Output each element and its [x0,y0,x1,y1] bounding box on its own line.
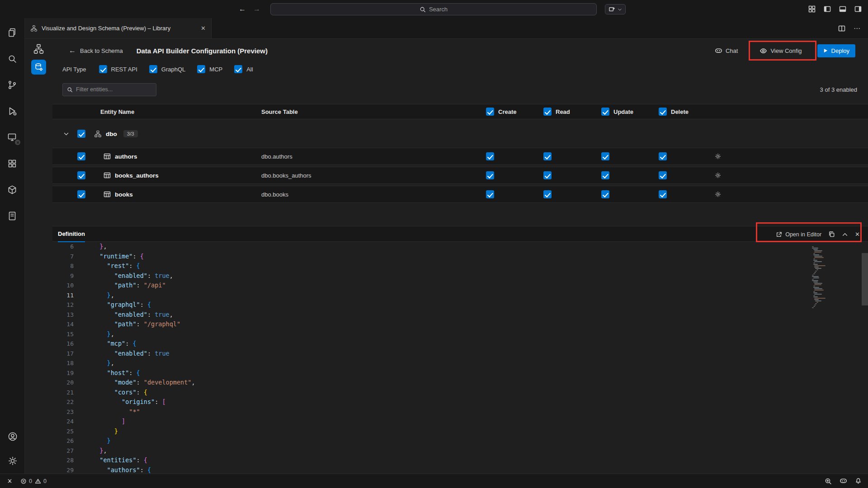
code-line[interactable]: 25 } [52,427,868,436]
code-line[interactable]: 16 "mcp": { [52,339,868,349]
code-line[interactable]: 9 "enabled": true, [52,271,868,281]
code-line[interactable]: 14 "path": "/graphql" [52,319,868,329]
checkbox-checked-icon[interactable] [149,65,157,73]
code-line[interactable]: 7 "runtime": { [52,252,868,262]
nav-forward-icon[interactable]: → [253,5,260,13]
checkbox-checked-icon[interactable] [234,65,242,73]
code-line[interactable]: 13 "enabled": true, [52,310,868,320]
open-in-editor-button[interactable]: Open in Editor [776,231,821,238]
code-line[interactable]: 20 "mode": "development", [52,378,868,388]
remote-explorer-icon[interactable] [1,127,23,147]
deploy-button[interactable]: Deploy [817,44,855,57]
remote-indicator-icon[interactable] [6,478,13,484]
chat-button[interactable]: Chat [715,47,738,55]
row-select-checkbox[interactable] [77,190,85,198]
code-line[interactable]: 19 "host": { [52,368,868,378]
view-config-button[interactable]: View Config [755,44,806,58]
api-type-option[interactable]: All [234,65,253,73]
row-update-checkbox[interactable] [601,171,609,179]
code-line[interactable]: 26 } [52,436,868,446]
select-all-update-checkbox[interactable] [601,108,609,116]
minimap[interactable] [811,246,861,309]
run-debug-icon[interactable] [1,101,23,121]
copilot-status-icon[interactable] [840,477,847,485]
api-type-option[interactable]: MCP [197,65,222,73]
tab-close-icon[interactable]: ✕ [201,25,206,32]
row-create-checkbox[interactable] [486,171,494,179]
code-line[interactable]: 8 "rest": { [52,261,868,271]
definition-tab[interactable]: Definition [58,226,85,242]
database-project-icon[interactable] [1,180,23,200]
zoom-icon[interactable] [825,478,832,485]
toggle-secondary-sidebar-icon[interactable] [854,5,862,13]
code-line[interactable]: 15 }, [52,329,868,339]
group-expand-chevron-icon[interactable] [52,131,77,137]
row-select-checkbox[interactable] [77,152,85,160]
back-to-schema-button[interactable]: ← Back to Schema [69,47,123,55]
code-line[interactable]: 27 }, [52,446,868,456]
nav-back-icon[interactable]: ← [239,5,246,13]
row-update-checkbox[interactable] [601,190,609,198]
api-type-option[interactable]: GraphQL [149,65,185,73]
row-create-checkbox[interactable] [486,152,494,160]
problems-indicator[interactable]: 0 0 [20,478,47,484]
split-editor-icon[interactable] [838,25,845,32]
row-read-checkbox[interactable] [543,152,552,160]
editor-scrollbar[interactable] [862,242,868,474]
schema-visualize-icon[interactable] [33,43,44,55]
row-delete-checkbox[interactable] [659,171,667,179]
library-icon[interactable] [1,206,23,226]
code-line[interactable]: 12 "graphql": { [52,300,868,310]
command-center-search[interactable]: Search [270,3,597,15]
api-type-option[interactable]: REST API [99,65,137,73]
select-all-delete-checkbox[interactable] [659,108,667,116]
accounts-icon[interactable] [2,427,24,446]
toggle-primary-sidebar-icon[interactable] [824,5,831,13]
chevron-up-icon[interactable] [842,231,848,238]
settings-gear-icon[interactable] [2,451,24,471]
editor-actions-more-icon[interactable]: ⋯ [854,24,861,33]
select-all-create-checkbox[interactable] [486,108,494,116]
code-line[interactable]: 10 "path": "/api" [52,281,868,291]
row-settings-gear-icon[interactable] [710,191,868,198]
tab-visualize-design-schema[interactable]: Visualize and Design Schema (Preview) – … [25,18,212,38]
select-all-read-checkbox[interactable] [543,108,552,116]
schema-group-row[interactable]: dbo 3/3 [52,125,868,142]
data-api-builder-nav-active[interactable] [31,60,46,75]
row-update-checkbox[interactable] [601,152,609,160]
row-settings-gear-icon[interactable] [710,172,868,179]
layout-dropdown-button[interactable] [605,4,626,14]
customize-layout-icon[interactable] [808,5,816,13]
close-panel-icon[interactable]: ✕ [855,231,860,238]
code-line[interactable]: 11 }, [52,291,868,300]
code-line[interactable]: 6 }, [52,242,868,252]
filter-entities-input[interactable] [62,83,156,96]
code-line[interactable]: 21 "cors": { [52,388,868,398]
code-line[interactable]: 23 "*" [52,407,868,417]
code-line[interactable]: 17 "enabled": true [52,349,868,359]
filter-entities-field[interactable] [76,86,152,93]
copy-icon[interactable] [828,231,835,238]
extensions-icon[interactable] [1,154,23,174]
row-read-checkbox[interactable] [543,190,552,198]
code-line[interactable]: 29 "authors": { [52,465,868,474]
row-delete-checkbox[interactable] [659,152,667,160]
checkbox-checked-icon[interactable] [197,65,205,73]
checkbox-checked-icon[interactable] [99,65,107,73]
group-select-checkbox[interactable] [77,130,85,138]
toggle-panel-icon[interactable] [839,5,846,13]
row-read-checkbox[interactable] [543,171,552,179]
row-create-checkbox[interactable] [486,190,494,198]
source-control-icon[interactable] [1,75,23,95]
code-line[interactable]: 28 "entities": { [52,455,868,465]
explorer-icon[interactable] [1,23,23,42]
notifications-bell-icon[interactable] [855,478,862,484]
row-select-checkbox[interactable] [77,171,85,179]
code-line[interactable]: 22 "origins": [ [52,397,868,407]
search-icon[interactable] [1,49,23,69]
row-settings-gear-icon[interactable] [710,153,868,160]
row-delete-checkbox[interactable] [659,190,667,198]
code-line[interactable]: 24 ] [52,417,868,427]
scrollbar-thumb[interactable] [862,253,868,305]
code-line[interactable]: 18 }, [52,358,868,368]
